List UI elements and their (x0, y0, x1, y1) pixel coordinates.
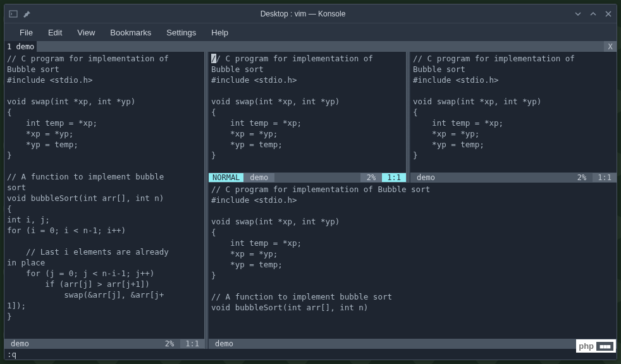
at-marker: @ (413, 172, 418, 173)
status-pos: 1:1 (180, 339, 204, 348)
status-file: demo (410, 173, 441, 182)
status-file: demo (4, 339, 35, 348)
pane-bottom-wide: // C program for implementation of Bubbl… (209, 183, 617, 349)
code-mid-top[interactable]: // C program for implementation of Bubbl… (209, 52, 406, 173)
pane-left: // C program for implementation of Bubbl… (4, 52, 204, 349)
code-left[interactable]: // C program for implementation of Bubbl… (4, 52, 204, 339)
window-controls (574, 9, 613, 18)
vim-command-line[interactable]: :q (4, 349, 617, 360)
status-left: demo 2% 1:1 (4, 339, 204, 349)
code-right-top[interactable]: // C program for implementation of Bubbl… (410, 52, 617, 173)
at-marker: @ (211, 172, 216, 173)
watermark-badge: php ■■■ (576, 339, 616, 353)
code-bottom[interactable]: // C program for implementation of Bubbl… (209, 183, 617, 339)
watermark-php: php (579, 341, 594, 351)
status-mode: NORMAL (209, 173, 243, 182)
menu-settings[interactable]: Settings (159, 25, 204, 40)
menu-view[interactable]: View (70, 25, 102, 40)
status-pct: 2% (159, 339, 180, 348)
window-title: Desktop : vim — Konsole (32, 9, 574, 18)
menu-bar: File Edit View Bookmarks Settings Help (4, 23, 617, 41)
pane-right-top: // C program for implementation of Bubbl… (410, 52, 617, 183)
tab-filler (37, 41, 604, 52)
title-bar[interactable]: Desktop : vim — Konsole (4, 4, 617, 23)
status-bottom: demo 2% 1:1 (209, 339, 617, 349)
minimize-button[interactable] (574, 9, 582, 18)
menu-bookmarks[interactable]: Bookmarks (102, 25, 159, 40)
vim-tab-bar: 1 demo X (4, 41, 617, 52)
status-pos: 1:1 (593, 173, 617, 182)
watermark-cn: ■■■ (596, 342, 613, 351)
vim-tab-close[interactable]: X (604, 41, 617, 52)
status-file: demo (209, 339, 240, 348)
status-pos: 1:1 (382, 173, 406, 182)
vim-tab-active[interactable]: 1 demo (4, 41, 37, 52)
svg-rect-0 (9, 11, 17, 17)
close-button[interactable] (604, 9, 613, 18)
status-file: demo (243, 173, 274, 182)
status-mid-top: NORMAL demo 2% 1:1 (209, 173, 406, 183)
vertical-split[interactable] (406, 52, 410, 183)
maximize-button[interactable] (589, 9, 598, 18)
menu-edit[interactable]: Edit (40, 25, 70, 40)
menu-file[interactable]: File (12, 25, 40, 40)
terminal-app-icon (8, 9, 18, 19)
right-top-row: // C program for implementation of Bubbl… (209, 52, 617, 183)
editor-area: // C program for implementation of Bubbl… (4, 52, 617, 349)
title-bar-left (8, 9, 32, 19)
vertical-split[interactable] (204, 52, 209, 349)
menu-help[interactable]: Help (204, 25, 236, 40)
status-pct: 2% (360, 173, 382, 182)
status-right-top: demo 2% 1:1 (410, 173, 617, 183)
pane-mid-top: // C program for implementation of Bubbl… (209, 52, 406, 183)
konsole-window: Desktop : vim — Konsole File Edit View B… (4, 4, 617, 360)
status-pct: 2% (571, 173, 593, 182)
right-stack: // C program for implementation of Bubbl… (209, 52, 617, 349)
cursor: / (211, 54, 216, 63)
pin-icon[interactable] (22, 9, 32, 19)
terminal-area: 1 demo X // C program for implementation… (4, 41, 617, 360)
